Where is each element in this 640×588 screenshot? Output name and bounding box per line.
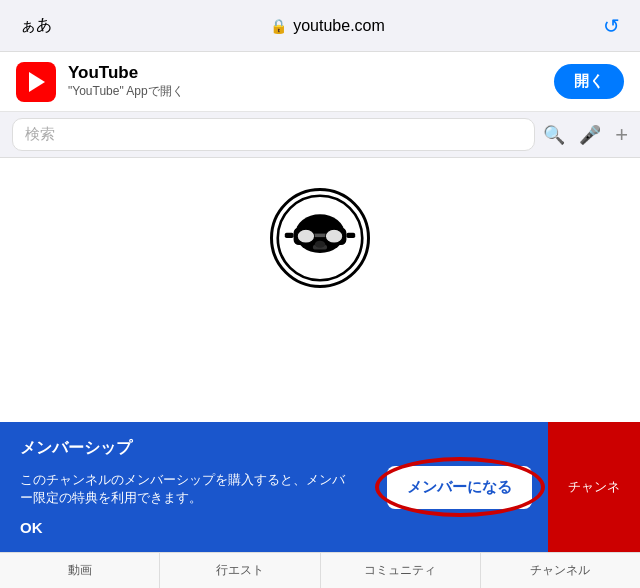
svg-rect-6 xyxy=(285,233,294,238)
main-content: メンバーシップ このチャンネルのメンバーシップを購入すると、メンバー限定の特典を… xyxy=(0,158,640,588)
membership-blue-section: メンバーシップ このチャンネルのメンバーシップを購入すると、メンバー限定の特典を… xyxy=(0,422,371,552)
search-icons: 🔍 🎤 + xyxy=(543,122,628,148)
svg-point-9 xyxy=(315,241,326,248)
tab-playlist[interactable]: 行エスト xyxy=(160,553,320,588)
channel-tab-text: チャンネ xyxy=(568,478,620,496)
url-text: youtube.com xyxy=(293,17,385,35)
tab-community[interactable]: コミュニティ xyxy=(321,553,481,588)
tab-channel[interactable]: チャンネル xyxy=(481,553,640,588)
avatar-svg xyxy=(276,194,364,282)
microphone-icon[interactable]: 🎤 xyxy=(579,124,601,146)
reload-button[interactable]: ↺ xyxy=(603,14,620,38)
search-icon[interactable]: 🔍 xyxy=(543,124,565,146)
channel-red-tab[interactable]: チャンネ xyxy=(548,422,640,552)
membership-title: メンバーシップ xyxy=(20,438,351,459)
add-tab-icon[interactable]: + xyxy=(615,122,628,148)
channel-avatar-area xyxy=(270,158,370,308)
browser-aa-label[interactable]: ぁあ xyxy=(20,15,52,36)
search-input-area[interactable]: 検索 xyxy=(12,118,535,151)
open-app-button[interactable]: 開く xyxy=(554,64,624,99)
channel-avatar xyxy=(270,188,370,288)
search-placeholder: 検索 xyxy=(25,125,55,144)
become-member-button[interactable]: メンバーになる xyxy=(387,466,532,509)
tab-videos[interactable]: 動画 xyxy=(0,553,160,588)
browser-bar: ぁあ 🔒 youtube.com ↺ xyxy=(0,0,640,52)
svg-point-4 xyxy=(325,229,343,243)
app-info: YouTube "YouTube" Appで開く xyxy=(68,63,542,100)
play-triangle-icon xyxy=(29,72,45,92)
bottom-tabs: 動画 行エスト コミュニティ チャンネル xyxy=(0,552,640,588)
membership-description: このチャンネルのメンバーシップを購入すると、メンバー限定の特典を利用できます。 xyxy=(20,471,351,507)
app-name: YouTube xyxy=(68,63,542,83)
svg-rect-5 xyxy=(315,234,326,238)
app-banner: YouTube "YouTube" Appで開く 開く xyxy=(0,52,640,112)
membership-ok-button[interactable]: OK xyxy=(20,519,351,536)
svg-rect-7 xyxy=(346,233,355,238)
youtube-app-icon xyxy=(16,62,56,102)
app-subtitle: "YouTube" Appで開く xyxy=(68,83,542,100)
search-bar: 検索 🔍 🎤 + xyxy=(0,112,640,158)
url-bar[interactable]: 🔒 youtube.com xyxy=(270,17,385,35)
membership-popup: メンバーシップ このチャンネルのメンバーシップを購入すると、メンバー限定の特典を… xyxy=(0,422,640,552)
lock-icon: 🔒 xyxy=(270,18,287,34)
member-button-area: メンバーになる xyxy=(371,422,548,552)
svg-point-3 xyxy=(297,229,315,243)
